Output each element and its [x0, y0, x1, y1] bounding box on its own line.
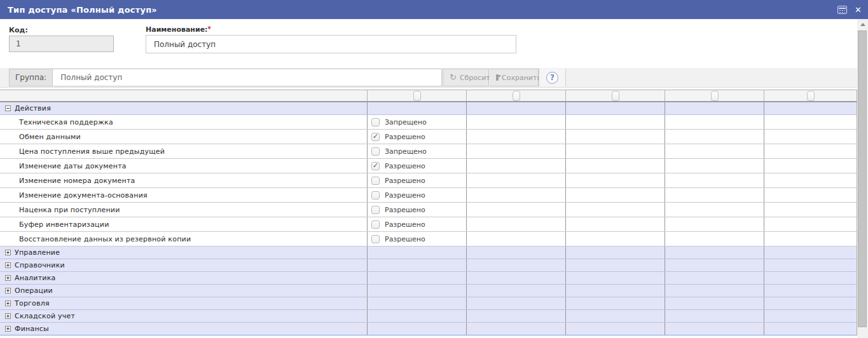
- table-cell: [665, 144, 764, 158]
- table-cell: [665, 173, 764, 187]
- table-cell: [665, 310, 764, 322]
- table-cell: [466, 272, 565, 284]
- scrollbar-thumb[interactable]: [858, 30, 867, 327]
- expand-icon[interactable]: [5, 301, 11, 306]
- table-cell: [565, 159, 665, 173]
- table-cell: [466, 159, 565, 173]
- table-cell: [367, 102, 466, 114]
- table-cell: Действия: [0, 102, 367, 114]
- table-cell: Справочники: [0, 259, 367, 271]
- code-value: 1: [16, 39, 21, 48]
- table-cell: [665, 232, 764, 246]
- table-cell: [466, 259, 565, 271]
- table-cell: [565, 310, 665, 322]
- permission-label: Изменение номера документа: [19, 177, 135, 185]
- access-table: ДействияТехническая поддержкаЗапрещеноОб…: [0, 90, 857, 335]
- permission-checkbox[interactable]: [371, 177, 380, 185]
- table-cell: Обмен данными: [0, 130, 367, 144]
- permission-checkbox[interactable]: [371, 191, 380, 199]
- code-field[interactable]: 1: [9, 36, 114, 52]
- save-button[interactable]: Сохранить: [490, 69, 539, 86]
- permission-label: Буфер инвентаризации: [19, 220, 109, 229]
- table-cell: Техническая поддержка: [0, 115, 367, 129]
- table-cell: [466, 247, 565, 259]
- scroll-up-button[interactable]: [857, 19, 868, 30]
- table-cell: Складской учет: [0, 310, 367, 322]
- table-cell: Аналитика: [0, 272, 367, 284]
- group-label: Операции: [15, 287, 53, 295]
- permission-checkbox[interactable]: [371, 162, 380, 170]
- column-select-checkbox[interactable]: [612, 91, 619, 101]
- expand-icon[interactable]: [5, 262, 11, 268]
- column-select-checkbox[interactable]: [807, 91, 815, 101]
- expand-icon[interactable]: [5, 275, 11, 281]
- close-icon[interactable]: ✕: [855, 6, 862, 14]
- help-cell: ?: [539, 69, 566, 86]
- table-cell: [764, 272, 857, 284]
- column-select-checkbox[interactable]: [513, 91, 520, 101]
- permission-label: Восстановление данных из резервной копии: [19, 235, 191, 243]
- code-label: Код:: [9, 26, 28, 34]
- vertical-scrollbar[interactable]: [857, 19, 868, 338]
- group-label: Торговля: [15, 299, 50, 308]
- permission-state-label: Разрешено: [385, 162, 425, 170]
- table-cell: [665, 90, 764, 101]
- reset-button[interactable]: ↻ Сбросить: [443, 69, 489, 86]
- permission-checkbox[interactable]: [371, 220, 380, 229]
- table-cell: Разрешено: [367, 203, 466, 217]
- name-field[interactable]: Полный доступ: [146, 35, 516, 53]
- permission-checkbox[interactable]: [371, 235, 380, 243]
- group-row: Торговля: [0, 297, 857, 310]
- table-cell: [665, 188, 764, 202]
- column-select-checkbox[interactable]: [413, 91, 421, 101]
- table-cell: [466, 203, 565, 217]
- table-cell: [466, 232, 565, 246]
- permission-label: Техническая поддержка: [19, 118, 113, 126]
- expand-icon[interactable]: [5, 326, 11, 332]
- table-cell: [466, 102, 565, 114]
- table-cell: [466, 115, 565, 129]
- permission-checkbox[interactable]: [371, 147, 380, 156]
- expand-icon[interactable]: [5, 250, 11, 255]
- group-row: Справочники: [0, 259, 857, 272]
- group-label: Финансы: [15, 325, 49, 333]
- table-cell: [665, 115, 764, 129]
- calendar-icon[interactable]: [837, 6, 847, 14]
- table-cell: [565, 285, 665, 297]
- table-cell: [367, 323, 466, 335]
- table-cell: [665, 272, 764, 284]
- table-row: Буфер инвентаризацииРазрешено: [0, 217, 857, 232]
- expand-icon[interactable]: [5, 313, 11, 319]
- table-cell: [466, 188, 565, 202]
- permission-label: Цена поступления выше предыдущей: [19, 147, 165, 156]
- permission-checkbox[interactable]: [371, 118, 380, 126]
- group-field[interactable]: Группа: Полный доступ: [9, 69, 442, 86]
- table-cell: [565, 272, 665, 284]
- table-cell: [367, 247, 466, 259]
- help-button[interactable]: ?: [546, 72, 558, 84]
- table-cell: Управление: [0, 247, 367, 259]
- table-cell: [565, 323, 665, 335]
- table-cell: Разрешено: [367, 188, 466, 202]
- table-cell: Изменение документа-основания: [0, 188, 367, 202]
- group-row: Складской учет: [0, 310, 857, 323]
- expand-icon[interactable]: [5, 288, 11, 294]
- table-cell: [466, 144, 565, 158]
- group-row: Финансы: [0, 323, 857, 335]
- permission-checkbox[interactable]: [371, 206, 380, 214]
- group-row: Аналитика: [0, 272, 857, 285]
- table-cell: [565, 173, 665, 187]
- collapse-icon[interactable]: [5, 105, 11, 111]
- table-cell: [764, 323, 857, 335]
- table-cell: [665, 217, 764, 231]
- table-cell: [565, 217, 665, 231]
- column-select-checkbox[interactable]: [711, 91, 719, 101]
- permission-label: Изменение документа-основания: [19, 191, 148, 199]
- table-cell: [466, 323, 565, 335]
- group-row: Действия: [0, 102, 857, 115]
- table-cell: [764, 130, 857, 144]
- group-label: Справочники: [15, 261, 65, 269]
- table-cell: Запрещено: [367, 144, 466, 158]
- permission-checkbox[interactable]: [371, 133, 380, 141]
- window-title: Тип доступа «Полный доступ»: [0, 5, 157, 15]
